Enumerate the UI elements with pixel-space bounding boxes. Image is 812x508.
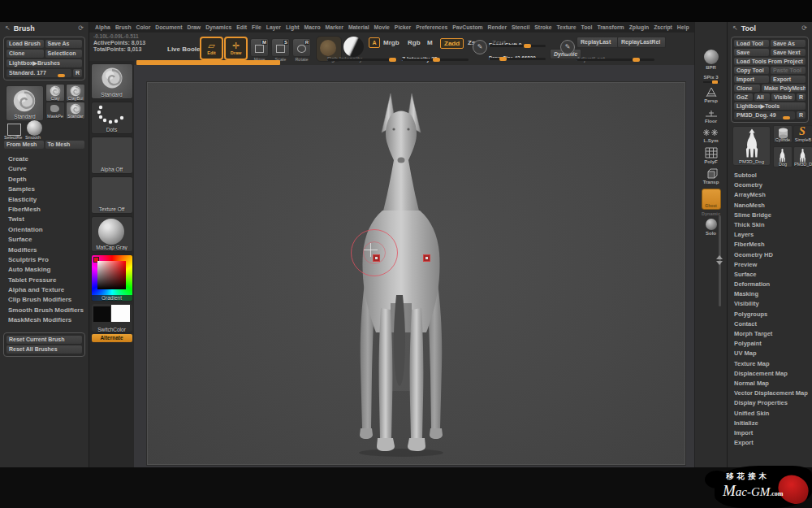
tool-menu-item[interactable]: Texture Map <box>728 359 812 369</box>
export-tool-button[interactable]: Export <box>771 76 806 83</box>
color-picker[interactable]: Gradient <box>91 254 133 302</box>
menubar-item[interactable]: Macro <box>304 24 321 30</box>
tool-slider[interactable]: PM3D_Dog. 49 <box>734 111 795 119</box>
tool-menu-item[interactable]: Import <box>728 428 812 438</box>
brush-menu-item[interactable]: Alpha and Texture <box>0 285 89 295</box>
menubar-item[interactable]: File <box>252 24 261 30</box>
refresh-icon[interactable]: ⟳ <box>801 24 807 32</box>
menubar-item[interactable]: Zscript <box>654 24 672 30</box>
load-tool-button[interactable]: Load Tool <box>734 40 769 47</box>
menubar-item[interactable]: Edit <box>236 24 247 30</box>
menubar-item[interactable]: Document <box>155 24 182 30</box>
brush-menu-item[interactable]: Curve <box>0 164 89 174</box>
tool-menu-item[interactable]: Geometry <box>728 180 812 190</box>
brush-menu-item[interactable]: Create <box>0 154 89 164</box>
goz-button[interactable]: GoZ <box>734 93 753 101</box>
to-mesh-button[interactable]: To Mesh <box>45 141 85 149</box>
brush-menu-item[interactable]: Elasticity <box>0 195 89 205</box>
brush-menu-item[interactable]: Tablet Pressure <box>0 276 89 285</box>
transparency-button[interactable]: Transp <box>703 168 719 185</box>
tool-menu-item[interactable]: ArrayMesh <box>728 190 812 200</box>
tool-menu-item[interactable]: UV Map <box>728 349 812 358</box>
brush-thumb-claybuildup[interactable]: ClayBui <box>66 84 85 102</box>
save-next-button[interactable]: Save Next <box>771 49 806 56</box>
alpha-quick-badge[interactable]: A <box>369 37 380 48</box>
tool-menu-item[interactable]: Masking <box>728 289 812 299</box>
select-icon-button[interactable]: SelectIcon <box>45 50 83 58</box>
brush-thumb-standard2[interactable]: Standar <box>66 102 85 119</box>
stroke-curve-icon[interactable]: ✎ <box>473 40 487 54</box>
menubar-item[interactable]: Render <box>488 24 507 30</box>
menubar-item[interactable]: Preferences <box>416 24 447 30</box>
tool-menu-item[interactable]: Geometry HD <box>728 250 812 260</box>
brush-menu-item[interactable]: MaskMesh Modifiers <box>0 315 89 325</box>
menubar-item[interactable]: Stroke <box>534 24 551 30</box>
draw-size-slider[interactable]: Draw Size 43.66839 <box>489 49 546 61</box>
brush-r-button[interactable]: R <box>73 69 82 77</box>
menubar-item[interactable]: Color <box>136 24 151 30</box>
reset-all-brushes-button[interactable]: Reset All Brushes <box>6 345 82 354</box>
brush-menu-item[interactable]: Modifiers <box>0 245 89 255</box>
tool-menu-item[interactable]: Preview <box>728 260 812 270</box>
brush-menu-item[interactable]: Clip Brush Modifiers <box>0 295 89 305</box>
brush-thumb-selectrect[interactable] <box>7 124 21 136</box>
brush-thumb-smooth[interactable] <box>27 120 42 136</box>
menubar-item[interactable]: Stencil <box>512 24 529 30</box>
tool-r-button[interactable]: R <box>797 111 806 119</box>
brush-thumb-clay[interactable]: Clay <box>45 84 65 102</box>
persp-button[interactable]: Persp <box>704 87 718 103</box>
polyframe-button[interactable]: PolyF <box>704 147 717 164</box>
clone-tool-button[interactable]: Clone <box>734 85 760 92</box>
current-brush-tile[interactable]: Standard <box>91 63 133 99</box>
load-brush-button[interactable]: Load Brush <box>6 40 44 48</box>
brush-menu-item[interactable]: Auto Masking <box>0 265 89 275</box>
current-material-tile[interactable]: MatCap Gray <box>91 216 133 252</box>
tool-menu-item[interactable]: Display Properties <box>728 398 812 408</box>
lightbox-brushes-button[interactable]: Lightbox▶Brushes <box>6 59 82 67</box>
tool-thumb-pm3d-dog-small[interactable]: PM3D_D <box>793 146 812 167</box>
tool-menu-item[interactable]: Polypaint <box>728 339 812 349</box>
brush-menu-item[interactable]: Twist <box>0 215 89 224</box>
tool-menu-item[interactable]: Normal Map <box>728 379 812 389</box>
replay-last-button[interactable]: ReplayLast <box>577 37 620 48</box>
tool-thumb-cylinder[interactable]: Cylinde <box>773 125 793 143</box>
saturation-square[interactable] <box>97 261 126 289</box>
tool-menu-item[interactable]: Polygroups <box>728 310 812 319</box>
import-tool-button[interactable]: Import <box>734 76 769 83</box>
tool-menu-item[interactable]: Slime Bridge <box>728 211 812 220</box>
edit-mode-button[interactable]: ▱ Edit <box>200 37 223 60</box>
mrgb-button[interactable]: Mrgb <box>383 39 400 46</box>
m-button[interactable]: M <box>427 39 433 46</box>
document-canvas[interactable] <box>146 81 686 466</box>
paste-tool-button[interactable]: Paste Tool <box>771 67 806 74</box>
solo-button[interactable]: Solo <box>706 219 717 236</box>
spix-slider[interactable]: SPix 3 <box>703 74 719 83</box>
current-stroke-tile[interactable]: Dots <box>91 102 133 134</box>
menubar-item[interactable]: Alpha <box>95 24 110 30</box>
menubar-item[interactable]: Tool <box>581 24 593 30</box>
menubar-item[interactable]: Draw <box>188 24 201 30</box>
brush-thumb-standard[interactable]: Standard <box>6 85 44 121</box>
local-symmetry-button[interactable]: L.Sym <box>703 128 718 143</box>
brush-menu-item[interactable]: FiberMesh <box>0 205 89 215</box>
corner-arrow-icon[interactable]: ↖ <box>732 24 738 32</box>
tool-menu-item[interactable]: FiberMesh <box>728 240 812 250</box>
brush-menu-item[interactable]: Samples <box>0 185 89 194</box>
menubar-item[interactable]: Layer <box>266 24 281 30</box>
load-tools-from-project-button[interactable]: Load Tools From Project <box>734 58 806 65</box>
scale-button[interactable]: S Scale <box>271 38 290 57</box>
menubar-item[interactable]: Brush <box>115 24 132 30</box>
secondary-color-swatch[interactable] <box>93 306 110 322</box>
tool-menu-item[interactable]: Contact <box>728 319 812 329</box>
goz-visible-button[interactable]: Visible <box>771 93 795 101</box>
tool-menu-item[interactable]: NanoMesh <box>728 201 812 211</box>
tool-menu-item[interactable]: Vector Displacement Map <box>728 389 812 398</box>
tool-menu-item[interactable]: Export <box>728 438 812 448</box>
menubar-item[interactable]: PavCustom <box>452 24 482 30</box>
tool-menu-item[interactable]: Visibility <box>728 299 812 309</box>
bpr-button[interactable]: BPR <box>704 50 719 70</box>
floor-button[interactable]: Floor <box>705 107 718 124</box>
zadd-button[interactable]: Zadd <box>440 38 464 49</box>
make-polymesh3d-button[interactable]: Make PolyMesh3D <box>762 85 806 92</box>
canvas-scrollbar[interactable] <box>719 215 721 306</box>
